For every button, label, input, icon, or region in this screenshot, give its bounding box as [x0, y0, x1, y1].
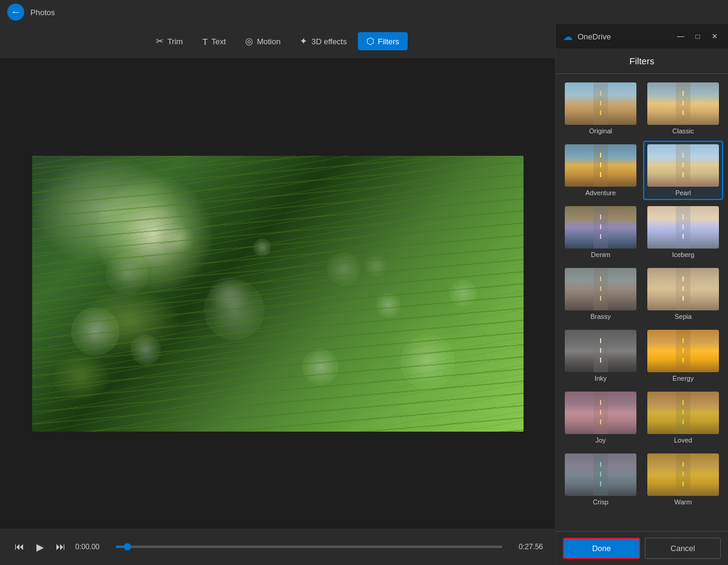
road-overlay	[676, 392, 690, 434]
filter-thumb-extra2	[647, 453, 719, 496]
filter-item-adventure[interactable]: Adventure	[561, 141, 641, 200]
road-overlay	[676, 144, 690, 187]
filter-item-energy[interactable]: Energy	[643, 326, 723, 386]
done-button[interactable]: Done	[563, 538, 640, 559]
video-bright-spot	[93, 174, 214, 295]
filter-label-adventure: Adventure	[585, 189, 616, 196]
text-label: Text	[212, 37, 226, 46]
road-overlay	[676, 268, 690, 310]
filter-thumb-iceberg	[647, 206, 719, 249]
app-title: Photos	[30, 8, 55, 17]
filter-thumb-pearl	[647, 144, 719, 187]
minimize-button[interactable]: —	[675, 30, 687, 42]
motion-label: Motion	[257, 37, 280, 46]
onedrive-label: OneDrive	[578, 32, 611, 41]
filter-item-original[interactable]: Original	[561, 79, 641, 138]
filter-label-denim: Denim	[591, 251, 610, 258]
filter-label-extra2: Warm	[675, 498, 692, 506]
filter-thumb-inky	[565, 330, 636, 372]
filter-item-pearl[interactable]: Pearl	[643, 141, 723, 200]
main-layout: ✂ Trim T Text ◎ Motion ✦ 3D effects ⬡ Fi…	[0, 24, 728, 565]
bokeh-4	[302, 349, 339, 385]
total-time: 0:27.56	[510, 543, 543, 551]
play-button[interactable]: ▶	[34, 539, 46, 555]
toolbar-filters[interactable]: ⬡ Filters	[358, 32, 408, 50]
window-controls: — □ ✕	[675, 30, 721, 42]
playback-bar: ⏮ ▶ ⏭ 0:00.00 0:27.56	[0, 529, 555, 565]
toolbar-text[interactable]: T Text	[194, 33, 234, 50]
filters-panel: ☁ OneDrive — □ ✕ Filters OriginalClassic…	[555, 24, 728, 565]
trim-icon: ✂	[156, 36, 164, 47]
bokeh-9	[327, 252, 360, 286]
road-overlay	[593, 144, 608, 187]
road-overlay	[676, 330, 690, 372]
filter-label-sepia: Sepia	[675, 313, 692, 320]
filters-title: Filters	[630, 56, 655, 66]
3deffects-icon: ✦	[300, 36, 308, 47]
text-icon: T	[202, 36, 207, 47]
filter-label-pearl: Pearl	[675, 189, 691, 196]
filter-item-loved[interactable]: Loved	[643, 388, 723, 447]
road-overlay	[593, 268, 608, 310]
filter-thumb-brassy	[565, 268, 636, 310]
filter-item-inky[interactable]: Inky	[561, 326, 641, 386]
filters-label: Filters	[378, 37, 399, 46]
progress-thumb[interactable]	[124, 543, 131, 550]
bokeh-6	[400, 335, 455, 389]
toolbar-3deffects[interactable]: ✦ 3D effects	[291, 32, 355, 50]
bokeh-3	[204, 279, 265, 340]
filter-label-original: Original	[589, 127, 612, 135]
filter-label-energy: Energy	[673, 375, 694, 382]
toolbar: ✂ Trim T Text ◎ Motion ✦ 3D effects ⬡ Fi…	[0, 24, 555, 58]
filter-thumb-joy	[565, 392, 636, 434]
filter-thumb-extra1	[565, 453, 636, 496]
road-overlay	[593, 453, 608, 496]
filters-icon: ⬡	[366, 36, 374, 47]
bokeh-10	[450, 279, 477, 307]
filter-item-brassy[interactable]: Brassy	[561, 264, 641, 324]
back-button[interactable]: ←	[7, 4, 24, 21]
onedrive-header: ☁ OneDrive — □ ✕	[556, 24, 728, 48]
video-preview	[32, 156, 524, 432]
filter-label-extra1: Crisp	[593, 498, 608, 506]
filter-item-denim[interactable]: Denim	[561, 202, 641, 262]
close-button[interactable]: ✕	[709, 30, 721, 42]
road-overlay	[593, 206, 608, 249]
filter-item-classic[interactable]: Classic	[643, 79, 723, 138]
filter-label-brassy: Brassy	[590, 313, 611, 320]
editor-panel: ✂ Trim T Text ◎ Motion ✦ 3D effects ⬡ Fi…	[0, 24, 555, 565]
filter-item-joy[interactable]: Joy	[561, 388, 641, 447]
forward-button[interactable]: ⏭	[53, 539, 68, 555]
current-time: 0:00.00	[75, 543, 109, 551]
toolbar-trim[interactable]: ✂ Trim	[147, 32, 192, 50]
video-area	[0, 58, 555, 529]
toolbar-motion[interactable]: ◎ Motion	[237, 32, 289, 50]
filters-bottom: Done Cancel	[556, 531, 728, 565]
onedrive-left: ☁ OneDrive	[563, 31, 611, 42]
filters-grid: OriginalClassicAdventurePearlDenimIceber…	[556, 74, 728, 531]
road-overlay	[593, 82, 608, 125]
back-icon: ←	[11, 7, 21, 18]
filter-thumb-adventure	[565, 144, 636, 187]
filter-thumb-denim	[565, 206, 636, 249]
progress-bar[interactable]	[116, 546, 502, 548]
rewind-button[interactable]: ⏮	[12, 539, 27, 555]
filter-label-loved: Loved	[674, 436, 692, 444]
bokeh-5	[376, 293, 400, 318]
3deffects-label: 3D effects	[311, 37, 346, 46]
maximize-button[interactable]: □	[692, 30, 704, 42]
filter-item-sepia[interactable]: Sepia	[643, 264, 723, 324]
filter-item-iceberg[interactable]: Iceberg	[643, 202, 723, 262]
trim-label: Trim	[167, 37, 183, 46]
filter-thumb-energy	[647, 330, 719, 372]
road-overlay	[676, 453, 690, 496]
filter-item-extra2[interactable]: Warm	[643, 450, 723, 509]
road-overlay	[676, 206, 690, 249]
road-overlay	[676, 82, 690, 125]
title-bar: ← Photos	[0, 0, 728, 24]
filter-thumb-loved	[647, 392, 719, 434]
cancel-button[interactable]: Cancel	[645, 538, 721, 559]
filter-label-inky: Inky	[595, 375, 607, 382]
filter-item-extra1[interactable]: Crisp	[561, 450, 641, 509]
bokeh-8	[106, 252, 148, 295]
